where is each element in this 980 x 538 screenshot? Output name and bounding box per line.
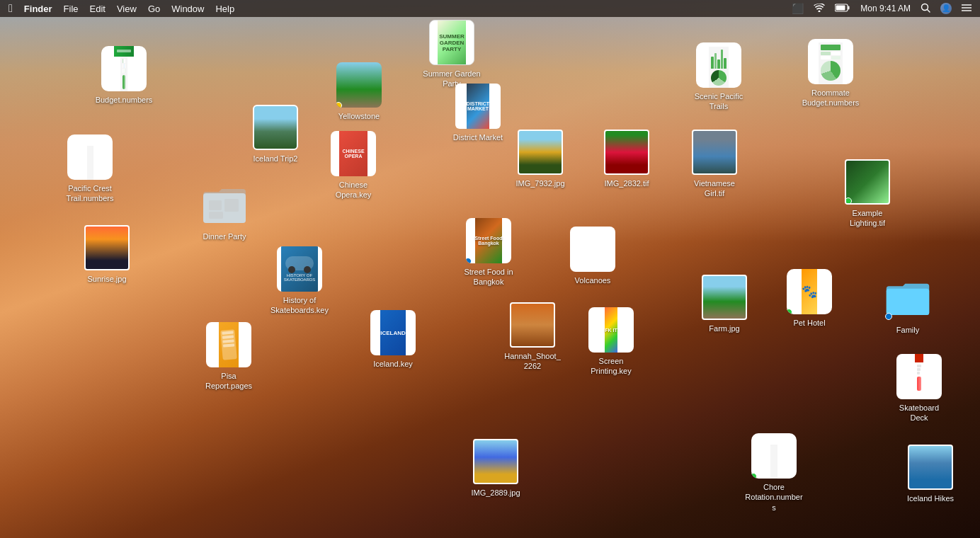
icon-skateboard-deck[interactable]: Skateboard Deck <box>884 354 955 424</box>
menu-go[interactable]: Go <box>148 4 160 14</box>
menubar:  Finder File Edit View Go Window Help ⬛ <box>0 0 980 17</box>
icon-label-roommate: Roommate Budget.numbers <box>799 87 862 109</box>
icon-label-iceland-key: Iceland.key <box>370 358 416 370</box>
icon-label-history-skateboards: History of Skateboards.key <box>268 294 331 316</box>
icon-img2889[interactable]: IMG_2889.jpg <box>464 439 528 498</box>
icon-district-market[interactable]: DISTRICTMARKET District Market <box>446 84 510 143</box>
clock: Mon 9:41 AM <box>860 4 911 13</box>
icon-label-budget: Budget.numbers <box>93 94 156 105</box>
icon-label-scenic: Scenic Pacific Trails <box>687 91 751 113</box>
icon-summer-garden[interactable]: SUMMERGARDENPARTY Summer Garden Party <box>416 20 487 90</box>
badge-blue-family <box>885 313 892 320</box>
icon-iceland-hikes[interactable]: Iceland Hikes <box>895 445 966 504</box>
icon-chore-rotation[interactable]: Chore Rotation.numbers <box>735 433 813 513</box>
list-icon[interactable] <box>962 4 972 14</box>
svg-rect-2 <box>848 6 850 9</box>
icon-example-lighting[interactable]: Example Lighting.tif <box>832 159 903 229</box>
apple-menu[interactable]:  <box>8 2 13 15</box>
icon-pacific-crest[interactable]: Pacific Crest Trail.numbers <box>51 134 129 205</box>
icon-iceland-key[interactable]: ICELAND Iceland.key <box>361 310 425 370</box>
icon-iceland-trip2[interactable]: Iceland Trip2 <box>244 105 307 164</box>
icon-label-dinner-party: Dinner Party <box>200 231 249 242</box>
icon-history-skateboards[interactable]: HISTORY OFSKATEBOARDS History of Skatebo… <box>261 246 338 316</box>
icon-label-pet-hotel: Pet Hotel <box>790 317 828 328</box>
icon-label-img2889: IMG_2889.jpg <box>468 487 523 498</box>
icon-label-skateboard-deck: Skateboard Deck <box>887 402 951 424</box>
battery-icon <box>835 4 850 14</box>
icon-label-sunrise: Sunrise.jpg <box>84 273 129 285</box>
icon-vietnamese-girl[interactable]: Vietnamese Girl.tif <box>683 130 746 200</box>
icon-img2832[interactable]: IMG_2832.tif <box>595 130 659 189</box>
icon-scenic-pacific[interactable]: Scenic Pacific Trails <box>680 42 758 113</box>
icon-img7932[interactable]: IMG_7932.jpg <box>508 130 572 189</box>
icon-street-food[interactable]: Street FoodBangkok Street Food in Bangko… <box>450 218 528 288</box>
icon-pet-hotel[interactable]: 🐾 Pet Hotel <box>774 269 845 328</box>
svg-rect-8 <box>209 200 222 210</box>
svg-rect-1 <box>836 5 845 10</box>
icon-label-family: Family <box>894 324 922 336</box>
menu-view[interactable]: View <box>117 4 137 14</box>
badge-green-lighting <box>845 198 852 205</box>
icon-yellowstone[interactable]: Yellowstone <box>327 62 391 122</box>
svg-rect-9 <box>224 199 239 212</box>
menu-finder[interactable]: Finder <box>24 4 52 14</box>
badge-green-chore <box>751 473 757 479</box>
icon-family[interactable]: Family <box>872 276 943 336</box>
search-icon[interactable] <box>921 3 930 15</box>
icon-label-hannah-shoot: Hannah_Shoot_2262 <box>501 350 564 372</box>
wifi-icon[interactable] <box>814 4 825 14</box>
icon-label-volcanoes: Volcanoes <box>572 275 614 286</box>
icon-label-yellowstone: Yellowstone <box>336 110 382 122</box>
icon-label-district: District Market <box>450 132 506 143</box>
badge-green-pet-hotel <box>787 309 792 314</box>
icon-label-farm: Farm.jpg <box>706 323 742 334</box>
icon-sunrise[interactable]: Sunrise.jpg <box>75 225 139 285</box>
icon-label-iceland-hikes: Iceland Hikes <box>904 493 957 504</box>
badge-yellow <box>336 102 342 108</box>
icon-label-img2832: IMG_2832.tif <box>602 178 652 189</box>
icon-dinner-party[interactable]: Dinner Party <box>193 183 256 242</box>
desktop:  Finder File Edit View Go Window Help ⬛ <box>0 0 980 538</box>
icon-label-vietnamese-girl: Vietnamese Girl.tif <box>683 178 746 200</box>
icon-label-chore-rotation: Chore Rotation.numbers <box>742 481 806 513</box>
icon-pisa-report[interactable]: Pisa Report.pages <box>197 322 261 392</box>
badge-blue-street-food <box>466 258 472 263</box>
menu-help[interactable]: Help <box>215 4 234 14</box>
user-avatar[interactable]: 👤 <box>940 3 952 14</box>
icon-label-pacific-crest: Pacific Crest Trail.numbers <box>58 183 122 205</box>
icon-chinese-opera[interactable]: CHINESEOPERA Chinese Opera.key <box>321 131 385 201</box>
menu-window[interactable]: Window <box>171 4 204 14</box>
menu-file[interactable]: File <box>64 4 79 14</box>
icon-farm[interactable]: Farm.jpg <box>693 275 756 334</box>
icon-label-street-food: Street Food in Bangkok <box>457 266 520 288</box>
icon-volcanoes[interactable]: Volcanoes <box>561 227 625 286</box>
svg-line-4 <box>928 9 930 12</box>
menu-edit[interactable]: Edit <box>90 4 106 14</box>
icon-label-pisa-report: Pisa Report.pages <box>197 370 261 392</box>
icon-label-iceland-trip2: Iceland Trip2 <box>251 153 301 164</box>
icon-label-img7932: IMG_7932.jpg <box>513 178 567 189</box>
icon-budget-numbers[interactable]: Budget.numbers <box>92 46 156 105</box>
svg-rect-10 <box>209 212 223 219</box>
icon-screen-printing[interactable]: FK IT Screen Printing.key <box>579 307 643 377</box>
icon-hannah-shoot[interactable]: Hannah_Shoot_2262 <box>497 302 568 372</box>
icon-label-screen-printing: Screen Printing.key <box>579 355 643 377</box>
icon-label-chinese-opera: Chinese Opera.key <box>321 179 385 201</box>
icon-roommate-budget[interactable]: Roommate Budget.numbers <box>799 39 862 109</box>
airplay-icon[interactable]: ⬛ <box>792 3 804 14</box>
icon-label-example-lighting: Example Lighting.tif <box>836 207 899 229</box>
